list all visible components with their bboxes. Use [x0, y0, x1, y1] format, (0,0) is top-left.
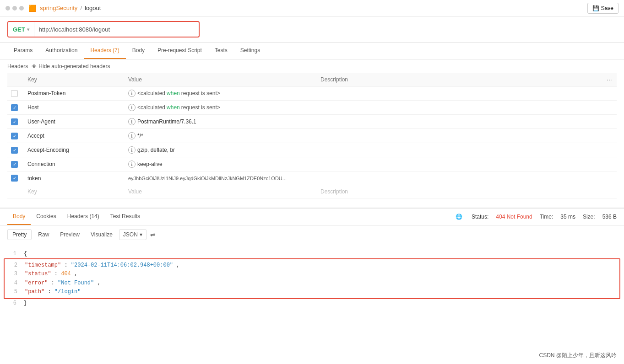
json-value: "Not Found" — [58, 280, 94, 286]
header-key: Postman-Token — [24, 86, 125, 101]
hide-auto-headers-button[interactable]: 👁 Hide auto-generated headers — [32, 63, 110, 70]
header-description — [317, 129, 603, 143]
header-value: eyJhbGciOiJIUzI1NiJ9.eyJqdGkiOiJkMDllNzJ… — [125, 171, 317, 185]
headers-label: Headers — [7, 63, 28, 70]
header-value: ℹ <calculated when request is sent> — [125, 86, 317, 101]
header-key: Host — [24, 101, 125, 115]
response-tab-body[interactable]: Body — [7, 209, 31, 225]
dot1 — [5, 6, 10, 11]
table-row: ✓ User-Agent ℹ PostmanRuntime/7.36.1 — [7, 115, 617, 129]
code-view: 1 { 2 "timestamp" : "2024-02-11T14:06:02… — [0, 244, 624, 313]
hide-auto-label: Hide auto-generated headers — [38, 63, 110, 70]
info-icon[interactable]: ℹ — [128, 118, 136, 125]
row-more — [603, 157, 617, 171]
json-format-select[interactable]: JSON ▾ — [119, 229, 147, 240]
url-bar: GET ▾ — [7, 21, 200, 37]
row-checkbox[interactable]: ✓ — [11, 175, 18, 182]
row-checkbox[interactable]: ✓ — [11, 147, 18, 154]
dot3 — [19, 6, 24, 11]
tab-params[interactable]: Params — [7, 43, 39, 59]
row-checkbox[interactable]: ✓ — [11, 161, 18, 168]
json-key: "status" — [25, 271, 51, 277]
format-tab-preview[interactable]: Preview — [55, 230, 84, 240]
row-more — [603, 86, 617, 101]
response-tab-headers[interactable]: Headers (14) — [62, 209, 105, 225]
size-label: Size: — [583, 214, 595, 220]
tab-tests[interactable]: Tests — [208, 43, 234, 59]
header-value: ℹ */* — [125, 129, 317, 143]
response-tab-cookies[interactable]: Cookies — [31, 209, 61, 225]
value-text: */* — [137, 133, 143, 139]
line-number: 3 — [8, 270, 17, 278]
response-tabs: Body Cookies Headers (14) Test Results 🌐… — [0, 209, 624, 225]
table-placeholder-row: Key Value Description — [7, 185, 617, 198]
format-tab-pretty[interactable]: Pretty — [7, 229, 32, 240]
check-icon: ✓ — [13, 119, 16, 124]
save-button[interactable]: 💾 Save — [587, 3, 619, 14]
code-brace-close: } — [24, 299, 617, 308]
placeholder-key[interactable]: Key — [24, 185, 125, 198]
info-icon[interactable]: ℹ — [128, 132, 136, 139]
row-more — [603, 171, 617, 185]
request-name: logout — [85, 5, 101, 11]
header-value: ℹ <calculated when request is sent> — [125, 101, 317, 115]
response-tab-testresults[interactable]: Test Results — [105, 209, 146, 225]
info-icon[interactable]: ℹ — [128, 146, 136, 154]
when-text: when — [167, 90, 180, 96]
value-text: <calculated — [137, 90, 165, 96]
collection-name[interactable]: springSecurity — [40, 5, 77, 11]
tab-headers[interactable]: Headers (7) — [84, 43, 125, 59]
header-description — [317, 101, 603, 115]
method-value: GET — [13, 26, 25, 33]
method-dropdown[interactable]: GET ▾ — [8, 22, 34, 37]
tab-prerequest[interactable]: Pre-request Script — [151, 43, 208, 59]
code-content: "status" : 404 , — [25, 270, 616, 278]
code-line-3: 3 "status" : 404 , — [8, 270, 616, 278]
code-line-5: 5 "path" : "/login" — [8, 288, 616, 296]
line-number: 6 — [7, 299, 16, 308]
url-input[interactable] — [34, 26, 199, 33]
eye-icon: 👁 — [32, 64, 37, 69]
tab-settings[interactable]: Settings — [234, 43, 266, 59]
table-row: ✓ token eyJhbGciOiJIUzI1NiJ9.eyJqdGkiOiJ… — [7, 171, 617, 185]
chevron-down-icon: ▾ — [27, 27, 29, 32]
more-dots-icon[interactable]: ··· — [607, 76, 612, 83]
code-brace-open: { — [24, 250, 617, 258]
json-colon: : — [64, 262, 71, 268]
headers-toolbar: Headers 👁 Hide auto-generated headers — [7, 59, 617, 73]
col-header-key: Key — [24, 73, 125, 86]
info-icon[interactable]: ℹ — [128, 90, 136, 97]
top-bar: 🟧 springSecurity / logout 💾 Save — [0, 0, 624, 16]
tab-body[interactable]: Body — [126, 43, 151, 59]
header-value: ℹ PostmanRuntime/7.36.1 — [125, 115, 317, 129]
info-icon[interactable]: ℹ — [128, 104, 136, 111]
row-checkbox[interactable] — [11, 90, 18, 97]
headers-section: Headers 👁 Hide auto-generated headers Ke… — [0, 59, 624, 198]
json-colon: : — [51, 280, 58, 286]
json-label: JSON — [123, 231, 138, 238]
format-tab-visualize[interactable]: Visualize — [86, 230, 117, 240]
header-description — [317, 115, 603, 129]
info-icon[interactable]: ℹ — [128, 161, 136, 168]
json-value: 404 — [61, 271, 71, 277]
globe-icon: 🌐 — [456, 214, 462, 220]
tab-authorization[interactable]: Authorization — [39, 43, 84, 59]
when-text: when — [167, 104, 180, 111]
value-text: PostmanRuntime/7.36.1 — [137, 118, 196, 125]
row-checkbox[interactable]: ✓ — [11, 104, 18, 111]
placeholder-description[interactable]: Description — [317, 185, 603, 198]
col-header-description: Description — [317, 73, 603, 86]
format-tab-raw[interactable]: Raw — [33, 230, 54, 240]
table-row: ✓ Host ℹ <calculated when request is sen… — [7, 101, 617, 115]
table-row: ✓ Accept-Encoding ℹ gzip, deflate, br — [7, 143, 617, 157]
save-icon: 💾 — [592, 5, 599, 11]
save-label: Save — [601, 5, 613, 11]
placeholder-value[interactable]: Value — [125, 185, 317, 198]
filter-icon[interactable]: ⇌ — [150, 231, 156, 238]
row-checkbox[interactable]: ✓ — [11, 118, 18, 125]
window-controls — [5, 6, 24, 11]
header-value: ℹ keep-alive — [125, 157, 317, 171]
header-description — [317, 143, 603, 157]
row-checkbox[interactable]: ✓ — [11, 133, 18, 139]
value-text2: request is sent> — [181, 104, 220, 111]
